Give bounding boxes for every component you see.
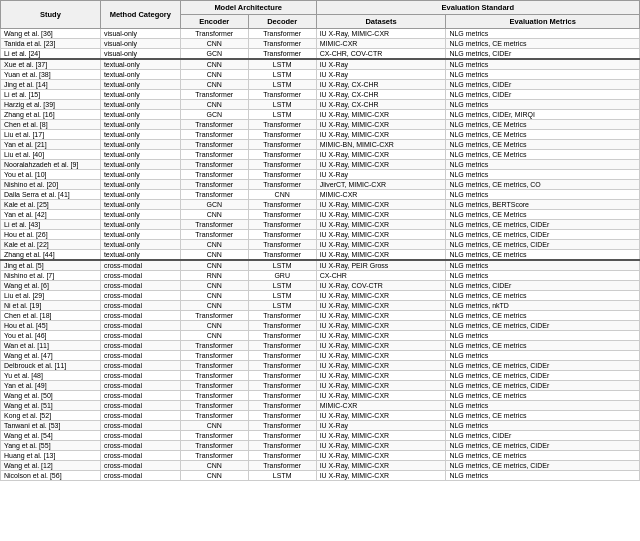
cell-study: Wang et al. [54] [1, 431, 101, 441]
cell-decoder: Transformer [248, 321, 316, 331]
cell-study: Li et al. [15] [1, 90, 101, 100]
cell-method: cross-modal [100, 411, 180, 421]
cell-encoder: Transformer [180, 90, 248, 100]
col-header-eval: Evaluation Standard [316, 1, 639, 15]
cell-encoder: CNN [180, 210, 248, 220]
cell-encoder: Transformer [180, 441, 248, 451]
cell-method: textual-only [100, 170, 180, 180]
cell-method: textual-only [100, 160, 180, 170]
cell-datasets: IU X-Ray, MIMIC-CXR [316, 321, 446, 331]
cell-datasets: IU X-Ray [316, 421, 446, 431]
cell-study: Kale et al. [25] [1, 200, 101, 210]
cell-metrics: NLG metrics [446, 421, 640, 431]
cell-method: textual-only [100, 240, 180, 250]
cell-datasets: IU X-Ray, MIMIC-CXR [316, 110, 446, 120]
cell-method: cross-modal [100, 311, 180, 321]
cell-study: Zhang et al. [44] [1, 250, 101, 261]
cell-datasets: IU X-Ray, MIMIC-CXR [316, 391, 446, 401]
cell-study: Wang et al. [51] [1, 401, 101, 411]
cell-encoder: CNN [180, 80, 248, 90]
cell-method: visual-only [100, 29, 180, 39]
cell-datasets: IU X-Ray, MIMIC-CXR [316, 210, 446, 220]
cell-decoder: Transformer [248, 341, 316, 351]
cell-metrics: NLG metrics, CIDEr [446, 281, 640, 291]
cell-encoder: GCN [180, 200, 248, 210]
table-row: Chen et al. [18]cross-modalTransformerTr… [1, 311, 640, 321]
col-header-encoder: Encoder [180, 15, 248, 29]
cell-method: textual-only [100, 100, 180, 110]
cell-datasets: IU X-Ray, MIMIC-CXR [316, 441, 446, 451]
cell-metrics: NLG metrics [446, 331, 640, 341]
cell-decoder: LSTM [248, 281, 316, 291]
table-row: Kale et al. [22]textual-onlyCNNTransform… [1, 240, 640, 250]
col-header-metrics: Evaluation Metrics [446, 15, 640, 29]
col-header-datasets: Datasets [316, 15, 446, 29]
cell-study: Tanwani et al. [53] [1, 421, 101, 431]
cell-metrics: NLG metrics [446, 190, 640, 200]
cell-study: Li et al. [43] [1, 220, 101, 230]
cell-method: textual-only [100, 220, 180, 230]
cell-metrics: NLG metrics [446, 100, 640, 110]
cell-method: cross-modal [100, 391, 180, 401]
cell-method: textual-only [100, 70, 180, 80]
table-row: Kale et al. [25]textual-onlyGCNTransform… [1, 200, 640, 210]
cell-datasets: IU X-Ray, MIMIC-CXR [316, 301, 446, 311]
cell-encoder: Transformer [180, 351, 248, 361]
cell-encoder: Transformer [180, 130, 248, 140]
cell-encoder: CNN [180, 250, 248, 261]
cell-study: Wang et al. [12] [1, 461, 101, 471]
cell-metrics: NLG metrics [446, 160, 640, 170]
cell-method: cross-modal [100, 431, 180, 441]
cell-encoder: Transformer [180, 391, 248, 401]
cell-datasets: IU X-Ray [316, 59, 446, 70]
cell-datasets: IU X-Ray, MIMIC-CXR [316, 240, 446, 250]
cell-datasets: IU X-Ray, MIMIC-CXR [316, 120, 446, 130]
cell-metrics: NLG metrics [446, 59, 640, 70]
cell-decoder: Transformer [248, 421, 316, 431]
table-row: Liu et al. [40]textual-onlyTransformerTr… [1, 150, 640, 160]
cell-decoder: Transformer [248, 230, 316, 240]
cell-datasets: IU X-Ray, CX-CHR [316, 80, 446, 90]
cell-study: Hou et al. [26] [1, 230, 101, 240]
col-header-study: Study [1, 1, 101, 29]
cell-datasets: IU X-Ray, MIMIC-CXR [316, 371, 446, 381]
col-header-method: Method Category [100, 1, 180, 29]
cell-decoder: Transformer [248, 39, 316, 49]
cell-metrics: NLG metrics, CE metrics [446, 39, 640, 49]
cell-decoder: Transformer [248, 311, 316, 321]
table-row: Ni et al. [19]cross-modalCNNLSTMIU X-Ray… [1, 301, 640, 311]
cell-metrics: NLG metrics [446, 271, 640, 281]
cell-datasets: IU X-Ray, COV-CTR [316, 281, 446, 291]
cell-method: textual-only [100, 110, 180, 120]
cell-datasets: IU X-Ray [316, 170, 446, 180]
table-row: Wan et al. [11]cross-modalTransformerTra… [1, 341, 640, 351]
cell-decoder: Transformer [248, 431, 316, 441]
cell-study: Yang et al. [55] [1, 441, 101, 451]
cell-method: textual-only [100, 150, 180, 160]
cell-decoder: Transformer [248, 361, 316, 371]
table-row: Wang et al. [6]cross-modalCNNLSTMIU X-Ra… [1, 281, 640, 291]
cell-metrics: NLG metrics, CE metrics, CIDEr [446, 240, 640, 250]
cell-study: Xue et al. [37] [1, 59, 101, 70]
table-row: Delbrouck et al. [11]cross-modalTransfor… [1, 361, 640, 371]
cell-datasets: IU X-Ray, MIMIC-CXR [316, 451, 446, 461]
cell-study: Tanida et al. [23] [1, 39, 101, 49]
cell-method: cross-modal [100, 281, 180, 291]
cell-datasets: IU X-Ray, CX-CHR [316, 90, 446, 100]
cell-method: cross-modal [100, 471, 180, 481]
cell-decoder: Transformer [248, 391, 316, 401]
cell-metrics: NLG metrics [446, 260, 640, 271]
cell-metrics: NLG metrics, BERTScore [446, 200, 640, 210]
cell-datasets: IU X-Ray, MIMIC-CXR [316, 381, 446, 391]
cell-datasets: JliverCT, MIMIC-CXR [316, 180, 446, 190]
col-header-arch: Model Architecture [180, 1, 316, 15]
cell-method: textual-only [100, 200, 180, 210]
cell-datasets: IU X-Ray [316, 70, 446, 80]
cell-method: cross-modal [100, 441, 180, 451]
cell-study: Wang et al. [47] [1, 351, 101, 361]
cell-metrics: NLG metrics, CE Metrics [446, 130, 640, 140]
cell-encoder: CNN [180, 421, 248, 431]
cell-method: textual-only [100, 180, 180, 190]
cell-method: visual-only [100, 39, 180, 49]
cell-encoder: CNN [180, 321, 248, 331]
